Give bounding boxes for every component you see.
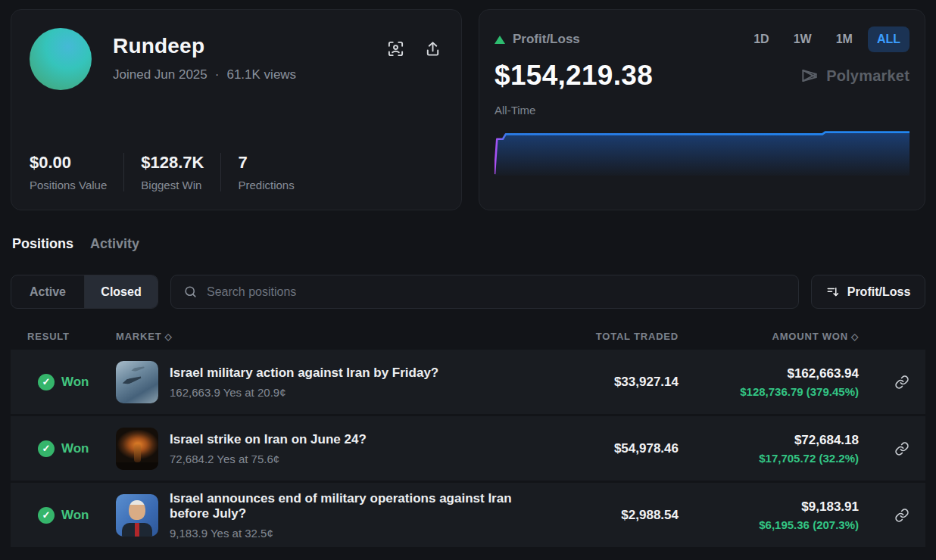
header-market-label: MARKET [116,331,161,342]
sort-profit-loss-button[interactable]: Profit/Loss [811,275,925,309]
amount-won-sort-icon[interactable]: ◇ [851,331,859,342]
stat-label: Predictions [238,179,294,191]
chain-link-icon [894,375,909,390]
profile-actions [387,40,441,58]
amount-won-cell: $72,684.18 $17,705.72 (32.2%) [679,433,859,465]
amount-won-value: $72,684.18 [679,433,859,448]
won-check-icon: ✓ [38,507,55,524]
result-cell: ✓ Won [27,374,116,390]
face-scan-icon [387,40,404,58]
market-sort-icon[interactable]: ◇ [164,331,172,342]
market-link-button[interactable] [894,375,909,390]
share-upload-icon [424,40,441,58]
market-title[interactable]: Israel strike on Iran on June 24? [170,432,367,447]
pnl-value: $154,219.38 [495,60,653,92]
stat-value: $128.7K [141,153,204,173]
amount-won-value: $162,663.94 [679,366,859,381]
profile-name: Rundeep [113,34,296,58]
stat-positions-value: $0.00 Positions Value [30,153,123,191]
sort-descending-icon [826,285,840,299]
market-cell[interactable]: Israel announces end of military operati… [116,491,551,540]
range-1m[interactable]: 1M [827,26,862,52]
link-cell [859,441,925,456]
range-1w[interactable]: 1W [785,26,821,52]
stat-biggest-win: $128.7K Biggest Win [123,153,220,191]
profile-head: Rundeep Joined Jun 2025 · 61.1K views [30,28,443,90]
main-tabs: Positions Activity [11,236,925,252]
pnl-area [495,132,909,176]
segment-closed[interactable]: Closed [84,275,158,308]
market-title[interactable]: Israel military action against Iran by F… [170,366,438,381]
market-thumb [116,428,158,470]
stat-predictions: 7 Predictions [220,153,310,191]
share-profile-button[interactable] [424,40,441,58]
profile-meta: Joined Jun 2025 · 61.1K views [113,67,296,82]
chain-link-icon [894,441,909,456]
header-amount-won-label: AMOUNT WON [772,331,848,342]
amount-won-cell: $162,663.94 $128,736.79 (379.45%) [679,366,859,398]
positions-table-body: ✓ Won Israel military action against Ira… [11,350,925,547]
link-cell [859,375,925,390]
result-cell: ✓ Won [27,507,116,524]
market-text: Israel strike on Iran on June 24? 72,684… [170,432,367,465]
tab-activity[interactable]: Activity [90,236,139,252]
won-check-icon: ✓ [38,374,55,390]
pnl-header: Profit/Loss 1D 1W 1M ALL [495,26,909,52]
segment-active[interactable]: Active [11,275,84,308]
profit-up-icon [495,36,505,44]
header-total-traded: TOTAL TRADED [551,331,679,342]
profit-value: $17,705.72 (32.2%) [679,452,859,465]
joined-date: Joined Jun 2025 [113,67,207,82]
amount-won-cell: $9,183.91 $6,195.36 (207.3%) [679,499,859,531]
won-check-icon: ✓ [38,440,55,457]
profile-card: Rundeep Joined Jun 2025 · 61.1K views [11,9,462,210]
polymarket-brand: Polymarket [800,66,909,86]
stat-value: 7 [238,153,294,173]
profit-value: $128,736.79 (379.45%) [679,385,859,398]
search-input[interactable] [207,285,786,299]
range-1d[interactable]: 1D [744,26,778,52]
market-link-button[interactable] [894,441,909,456]
search-icon [183,285,198,299]
position-row[interactable]: ✓ Won Israel military action against Ira… [11,350,925,414]
market-cell[interactable]: Israel strike on Iran on June 24? 72,684… [116,428,551,470]
search-box[interactable] [170,275,799,309]
market-position-detail: 9,183.9 Yes at 32.5¢ [170,527,551,540]
profile-info: Rundeep Joined Jun 2025 · 61.1K views [113,28,296,82]
header-cards: Rundeep Joined Jun 2025 · 61.1K views [11,9,925,210]
position-row[interactable]: ✓ Won Israel strike on Iran on June 24? … [11,416,925,481]
result-label: Won [61,441,89,456]
result-cell: ✓ Won [27,440,116,457]
pnl-value-row: $154,219.38 Polymarket [495,60,909,92]
total-traded-value: $2,988.54 [551,508,679,523]
market-link-button[interactable] [894,508,909,523]
market-position-detail: 162,663.9 Yes at 20.9¢ [170,386,438,399]
scan-profile-button[interactable] [387,40,404,58]
polymarket-logo-icon [800,66,819,86]
market-text: Israel announces end of military operati… [170,491,551,540]
range-all[interactable]: ALL [868,26,909,52]
avatar [30,28,92,90]
header-market[interactable]: MARKET◇ [116,331,551,342]
pnl-title-wrap: Profit/Loss [495,32,580,47]
market-thumb [116,494,158,537]
position-row[interactable]: ✓ Won Israel announces end of military o… [11,483,925,547]
filter-row: Active Closed Profit/Loss [11,275,925,309]
meta-separator: · [215,67,220,82]
chain-link-icon [894,508,909,523]
amount-won-value: $9,183.91 [679,499,859,515]
position-status-toggle: Active Closed [11,275,158,309]
total-traded-value: $33,927.14 [551,375,679,390]
positions-table-header: RESULT MARKET◇ TOTAL TRADED AMOUNT WON◇ [11,322,925,350]
tab-positions[interactable]: Positions [12,236,73,252]
result-label: Won [61,375,89,390]
total-traded-value: $54,978.46 [551,441,679,456]
profit-value: $6,195.36 (207.3%) [679,518,859,531]
header-amount-won[interactable]: AMOUNT WON◇ [679,331,859,342]
market-text: Israel military action against Iran by F… [170,366,438,399]
stat-value: $0.00 [30,153,107,173]
market-title[interactable]: Israel announces end of military operati… [170,491,551,521]
views-count: 61.1K views [226,67,296,82]
market-cell[interactable]: Israel military action against Iran by F… [116,361,551,403]
link-cell [859,508,925,523]
